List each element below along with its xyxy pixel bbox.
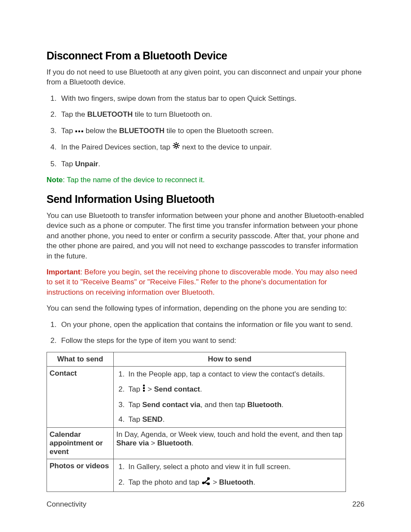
- page-footer: Connectivity 226: [47, 500, 364, 509]
- substep: Tap the photo and tap > Bluetooth.: [127, 477, 343, 488]
- cell-how: In Gallery, select a photo and view it i…: [114, 459, 346, 492]
- footer-page-number: 226: [352, 500, 364, 509]
- dots-icon: [75, 126, 84, 136]
- step-text: tile to turn Bluetooth on.: [133, 110, 212, 118]
- substep-bold: Bluetooth: [247, 401, 281, 409]
- overflow-icon: [142, 384, 146, 394]
- substep: In Gallery, select a photo and view it i…: [127, 463, 343, 471]
- steps-send: On your phone, open the application that…: [47, 320, 364, 346]
- intro-disconnect: If you do not need to use Bluetooth at a…: [47, 67, 364, 87]
- share-icon: [201, 477, 211, 488]
- important: Important: Before you begin, set the rec…: [47, 267, 364, 297]
- gear-icon: [172, 142, 180, 152]
- cell-text: In Day, Agenda, or Week view, touch and …: [116, 430, 342, 439]
- step-text: .: [98, 160, 100, 168]
- cell-text: >: [149, 439, 157, 447]
- step: With two fingers, swipe down from the st…: [59, 93, 364, 103]
- svg-rect-4: [143, 385, 145, 386]
- step-text: On your phone, open the application that…: [61, 320, 353, 329]
- step: Follow the steps for the type of item yo…: [59, 336, 364, 345]
- cell-bold: Share via: [116, 439, 149, 447]
- step-text: next to the device to unpair.: [180, 143, 272, 151]
- substep: Tap Send contact via, and then tap Bluet…: [127, 401, 343, 409]
- footer-section: Connectivity: [47, 500, 87, 509]
- th-how: How to send: [114, 352, 346, 366]
- important-text: : Before you begin, set the receiving ph…: [47, 268, 357, 296]
- svg-rect-2: [81, 131, 83, 132]
- substep-text: Tap the photo and tap: [128, 478, 201, 486]
- step-bold: BLUETOOTH: [119, 127, 164, 135]
- table-row: Calendar appointment or event In Day, Ag…: [47, 427, 346, 459]
- substep-text: , and then tap: [200, 401, 247, 409]
- substep: In the People app, tap a contact to view…: [127, 370, 343, 379]
- substep-text: Tap: [128, 401, 142, 409]
- substep-bold: Send contact: [154, 385, 200, 393]
- substep-bold: SEND: [142, 415, 162, 423]
- svg-rect-5: [143, 387, 145, 389]
- table-row: Contact In the People app, tap a contact…: [47, 366, 346, 427]
- para-send-1: You can use Bluetooth to transfer inform…: [47, 211, 364, 261]
- note: Note: Tap the name of the device to reco…: [47, 175, 364, 185]
- step-text: With two fingers, swipe down from the st…: [61, 94, 296, 103]
- cell-how: In Day, Agenda, or Week view, touch and …: [114, 427, 346, 459]
- heading-send: Send Information Using Bluetooth: [47, 193, 364, 205]
- th-what: What to send: [47, 352, 114, 366]
- para-send-2: You can send the following types of info…: [47, 303, 364, 313]
- substep-text: Tap: [128, 415, 142, 423]
- substep-text: .: [281, 401, 283, 409]
- step-text: Tap the: [61, 110, 87, 118]
- substep-text: In the People app, tap a contact to view…: [128, 370, 325, 378]
- cell-what: Contact: [47, 366, 114, 427]
- cell-what: Calendar appointment or event: [47, 427, 114, 459]
- step-text: In the Paired Devices section, tap: [61, 143, 172, 151]
- step-text: below the: [84, 127, 119, 135]
- substep-text: .: [162, 415, 165, 423]
- svg-point-3: [175, 144, 177, 147]
- step-bold: Unpair: [75, 160, 98, 168]
- substep-text: In Gallery, select a photo and view it i…: [128, 463, 291, 471]
- step: Tap the BLUETOOTH tile to turn Bluetooth…: [59, 109, 364, 119]
- cell-bold: Bluetooth: [157, 439, 191, 447]
- step-text: Tap: [61, 160, 75, 168]
- substep-text: >: [211, 478, 219, 486]
- important-label: Important: [47, 268, 80, 276]
- substep-text: >: [146, 385, 154, 393]
- substep-text: .: [253, 478, 255, 486]
- document-page: Disconnect From a Bluetooth Device If yo…: [0, 0, 411, 532]
- step-text: Tap: [61, 127, 75, 135]
- step: In the Paired Devices section, tap next …: [59, 142, 364, 153]
- send-table: What to send How to send Contact In the …: [47, 352, 346, 492]
- table-header-row: What to send How to send: [47, 352, 346, 366]
- cell-how: In the People app, tap a contact to view…: [114, 366, 346, 427]
- table-row: Photos or videos In Gallery, select a ph…: [47, 459, 346, 492]
- svg-rect-1: [78, 131, 80, 132]
- substep-bold: Bluetooth: [219, 478, 253, 486]
- note-text: : Tap the name of the device to reconnec…: [63, 176, 205, 184]
- note-label: Note: [47, 176, 63, 184]
- substep: Tap SEND.: [127, 415, 343, 424]
- step: Tap below the BLUETOOTH tile to open the…: [59, 126, 364, 136]
- step: On your phone, open the application that…: [59, 320, 364, 330]
- heading-disconnect: Disconnect From a Bluetooth Device: [47, 50, 364, 62]
- step: Tap Unpair.: [59, 159, 364, 169]
- steps-disconnect: With two fingers, swipe down from the st…: [47, 93, 364, 169]
- step-bold: BLUETOOTH: [87, 110, 133, 118]
- step-text: tile to open the Bluetooth screen.: [165, 127, 274, 135]
- svg-rect-0: [75, 131, 77, 132]
- substep-text: Tap: [128, 385, 142, 393]
- cell-text: .: [191, 439, 193, 447]
- substep-text: .: [200, 385, 202, 393]
- svg-rect-6: [143, 390, 145, 392]
- step-text: Follow the steps for the type of item yo…: [61, 336, 236, 345]
- cell-what: Photos or videos: [47, 459, 114, 492]
- substep: Tap > Send contact.: [127, 385, 343, 395]
- substep-bold: Send contact via: [142, 401, 200, 409]
